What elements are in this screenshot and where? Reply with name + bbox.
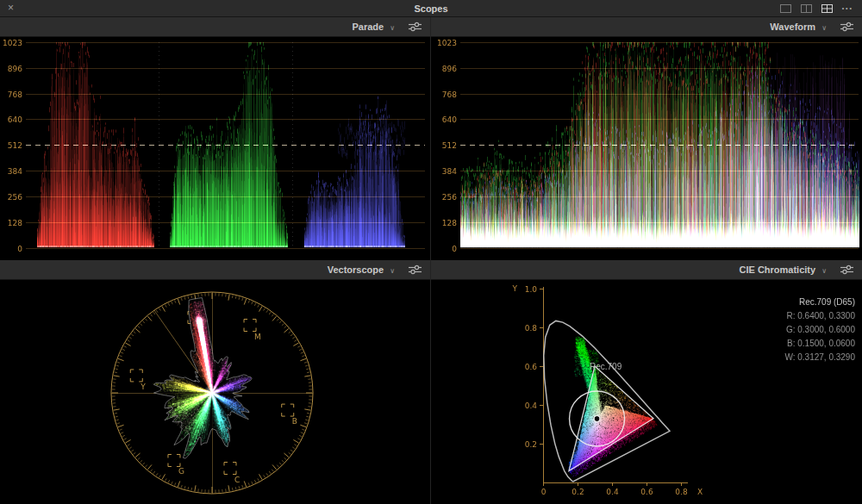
titlebar-controls: •••	[780, 4, 862, 13]
parade-header: Parade ∨	[0, 17, 430, 37]
parade-scope-canvas	[0, 37, 430, 260]
cie-settings-button[interactable]	[840, 264, 853, 275]
layout-split-button[interactable]	[801, 4, 812, 13]
waveform-scope-selector[interactable]: Waveform ∨	[770, 22, 827, 32]
cie-scope-label: CIE Chromaticity	[740, 264, 816, 275]
waveform-panel: Waveform ∨	[431, 17, 862, 260]
single-pane-icon	[780, 4, 791, 13]
vectorscope-canvas	[0, 280, 430, 504]
cie-chromaticity-canvas	[431, 280, 862, 504]
layout-single-button[interactable]	[780, 4, 791, 13]
more-options-button[interactable]: •••	[842, 5, 853, 11]
scopes-grid: Parade ∨ Waveform ∨	[0, 17, 862, 504]
parade-scope-selector[interactable]: Parade ∨	[352, 22, 395, 32]
sliders-icon	[409, 264, 422, 275]
sliders-icon	[840, 22, 853, 32]
vectorscope-settings-button[interactable]	[409, 264, 422, 275]
two-pane-icon	[801, 4, 812, 13]
waveform-settings-button[interactable]	[840, 22, 853, 32]
close-button[interactable]: ×	[0, 0, 22, 16]
waveform-header: Waveform ∨	[431, 17, 862, 37]
chevron-down-icon: ∨	[390, 24, 395, 32]
waveform-scope-label: Waveform	[770, 22, 815, 32]
parade-panel: Parade ∨	[0, 17, 430, 260]
vectorscope-scope-selector[interactable]: Vectorscope ∨	[328, 264, 395, 275]
cie-panel: CIE Chromaticity ∨ Rec.709 (D65)R: 0.640…	[431, 260, 862, 504]
cie-header: CIE Chromaticity ∨	[431, 260, 862, 280]
layout-grid-button[interactable]	[821, 4, 833, 13]
cie-scope-selector[interactable]: CIE Chromaticity ∨	[740, 264, 828, 275]
four-pane-grid-icon	[821, 4, 833, 13]
chevron-down-icon: ∨	[821, 24, 827, 32]
parade-scope-label: Parade	[352, 22, 384, 32]
titlebar: × Scopes •••	[0, 0, 862, 17]
vectorscope-header: Vectorscope ∨	[0, 260, 430, 280]
chevron-down-icon: ∨	[390, 267, 395, 275]
window-title: Scopes	[0, 3, 862, 14]
parade-settings-button[interactable]	[409, 22, 422, 32]
sliders-icon	[840, 264, 853, 275]
chevron-down-icon: ∨	[821, 267, 827, 275]
sliders-icon	[409, 22, 422, 32]
waveform-scope-canvas	[431, 37, 862, 260]
vectorscope-panel: Vectorscope ∨	[0, 260, 430, 504]
vectorscope-scope-label: Vectorscope	[328, 264, 384, 275]
